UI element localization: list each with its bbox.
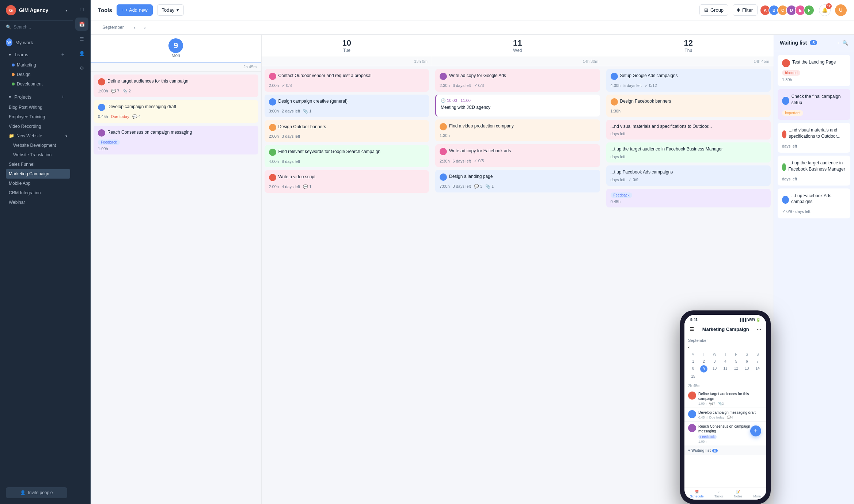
task-card[interactable]: Design a landing page 7:00h 3 days left … bbox=[435, 170, 600, 192]
phone-waiting-chevron[interactable]: ▾ bbox=[688, 448, 690, 453]
phone-more-icon[interactable]: ··· bbox=[757, 326, 761, 332]
cal-day[interactable]: 12 bbox=[731, 365, 741, 373]
cal-day[interactable]: 6 bbox=[742, 358, 752, 364]
project-marketing-campaign[interactable]: Marketing Campaign bbox=[6, 169, 70, 179]
cal-day[interactable]: 15 bbox=[688, 373, 698, 379]
phone-footer-notes[interactable]: 📝 Notes bbox=[734, 490, 743, 498]
checkbox-icon[interactable]: ☐ bbox=[75, 3, 88, 16]
phone-task-title: Define target audiences for this campaig… bbox=[698, 392, 763, 401]
phone-cal-prev[interactable]: ‹ bbox=[688, 345, 690, 350]
team-marketing[interactable]: Marketing bbox=[9, 60, 70, 70]
add-project-icon[interactable]: + bbox=[61, 94, 64, 100]
phone-menu-icon[interactable]: ☰ bbox=[690, 326, 694, 332]
project-website-dev[interactable]: Website Development bbox=[10, 141, 70, 150]
notification-button[interactable]: 🔔 12 bbox=[819, 4, 831, 16]
list-icon[interactable]: ☰ bbox=[75, 32, 88, 45]
sidebar-item-teams[interactable]: ▾ Teams + bbox=[3, 49, 70, 60]
cal-day[interactable]: 8 bbox=[688, 365, 698, 373]
next-week-button[interactable]: › bbox=[140, 22, 150, 33]
project-website-translation[interactable]: Website Translation bbox=[10, 150, 70, 160]
project-webinar[interactable]: Webinar bbox=[6, 198, 70, 207]
day-tasks-wed: Write ad copy for Google Ads 2:30h 6 day… bbox=[432, 66, 603, 195]
event-time: 🕙 10:00 - 11:00 bbox=[441, 98, 596, 103]
task-card[interactable]: Find a video production company 1:30h bbox=[435, 119, 600, 142]
phone-fab-button[interactable]: + bbox=[750, 425, 761, 436]
project-employee-training[interactable]: Employee Training bbox=[6, 112, 70, 122]
avatar-6[interactable]: F bbox=[804, 5, 815, 16]
add-waiting-icon[interactable]: + bbox=[836, 40, 839, 46]
team-design[interactable]: Design bbox=[9, 70, 70, 79]
invite-people-button[interactable]: 👤 Invite people bbox=[6, 487, 67, 498]
task-card[interactable]: Design Outdoor banners 2:00h 3 days left bbox=[265, 120, 429, 142]
project-sales-funnel[interactable]: Sales Funnel bbox=[6, 160, 70, 169]
waiting-card[interactable]: Test the Landing Page blocked 1:30h bbox=[778, 55, 850, 86]
team-avatars[interactable]: A B C D E F bbox=[762, 5, 815, 16]
phone-footer-tasks[interactable]: ✓ Tasks bbox=[714, 490, 723, 498]
task-card[interactable]: Develop campaign messaging draft 0:45h D… bbox=[94, 100, 258, 123]
cal-day[interactable]: 3 bbox=[710, 358, 720, 364]
project-blog-post[interactable]: Blog Post Writing bbox=[6, 103, 70, 112]
cal-day[interactable]: 2 bbox=[699, 358, 709, 364]
phone-task-info: Define target audiences for this campaig… bbox=[698, 392, 763, 405]
more-icon: ··· bbox=[756, 490, 759, 494]
task-card[interactable]: Write ad copy for Google Ads 2:30h 6 day… bbox=[435, 69, 600, 92]
phone-overlay: 9:41 ▐▐▐ WiFi 🔋 ☰ Marketing Campaign ···… bbox=[680, 310, 771, 504]
group-button[interactable]: ⊞ Group bbox=[699, 4, 728, 16]
task-card[interactable]: Design campaign creative (general) 3:00h… bbox=[265, 95, 429, 117]
filter-button[interactable]: ⧯ Filter bbox=[733, 4, 758, 16]
project-mobile-app[interactable]: Mobile App bbox=[6, 179, 70, 188]
check-icon: ✓ 0/3 bbox=[474, 83, 484, 88]
task-card[interactable]: Feedback 0:45h bbox=[606, 189, 771, 207]
task-card[interactable]: Find relevant keywords for Google Search… bbox=[265, 145, 429, 167]
task-title: Develop campaign messaging draft bbox=[107, 104, 176, 110]
project-new-website[interactable]: 📁 New Website ▾ bbox=[6, 131, 70, 141]
cal-day[interactable]: 13 bbox=[742, 365, 752, 373]
cal-day[interactable]: 1 bbox=[688, 358, 698, 364]
today-button[interactable]: Today ▾ bbox=[157, 4, 184, 16]
project-crm[interactable]: CRM Integration bbox=[6, 188, 70, 198]
calendar-icon[interactable]: 📅 bbox=[75, 18, 88, 31]
prev-week-button[interactable]: ‹ bbox=[130, 22, 140, 33]
waiting-card[interactable]: ...t up the target audience in Facebook … bbox=[778, 156, 850, 186]
chevron-down-icon[interactable]: ▾ bbox=[65, 8, 67, 12]
time-event-card[interactable]: 🕙 10:00 - 11:00 Meeting with JCD agency bbox=[435, 95, 600, 117]
cal-day[interactable]: 7 bbox=[753, 358, 763, 364]
task-card[interactable]: Write a video script 2:00h 4 days left 💬… bbox=[265, 170, 429, 193]
cal-day-today[interactable]: 9 bbox=[699, 365, 709, 373]
task-card[interactable]: Design Facebook banners 1:30h bbox=[606, 95, 771, 117]
cal-day[interactable]: 4 bbox=[720, 358, 730, 364]
task-card[interactable]: ...nd visual materials and specification… bbox=[606, 120, 771, 140]
phone-footer-schedule[interactable]: 📅 Schedule bbox=[690, 490, 704, 498]
sidebar-search-area[interactable]: 🔍 Search... bbox=[0, 21, 73, 33]
task-card[interactable]: ...t up Facebook Ads campaigns days left… bbox=[606, 165, 771, 186]
sidebar-item-mywork[interactable]: W My work bbox=[0, 36, 73, 49]
cal-day[interactable]: 14 bbox=[753, 365, 763, 373]
settings-icon[interactable]: ⚙ bbox=[75, 61, 88, 75]
person-nav-icon[interactable]: 👤 bbox=[75, 47, 88, 60]
search-waiting-icon[interactable]: 🔍 bbox=[842, 40, 848, 46]
user-avatar[interactable]: U bbox=[835, 4, 847, 16]
team-development[interactable]: Development bbox=[9, 79, 70, 89]
day-name-wed: Wed bbox=[437, 48, 599, 53]
task-card[interactable]: ...t up the target audience in Facebook … bbox=[606, 142, 771, 163]
waiting-card[interactable]: Check the final campaign setup Important bbox=[778, 89, 850, 120]
task-title: Design Outdoor banners bbox=[278, 124, 326, 130]
task-card[interactable]: Setup Google Ads campaigns 4:00h 5 days … bbox=[606, 69, 771, 92]
waiting-card[interactable]: ...t up Facebook Ads campaigns ✓ 0/9 · d… bbox=[778, 188, 850, 219]
task-card[interactable]: Write ad copy for Facebook ads 2:30h 6 d… bbox=[435, 144, 600, 167]
due-label: 2 days left bbox=[282, 109, 300, 113]
cal-day[interactable]: 5 bbox=[731, 358, 741, 364]
sidebar-item-projects[interactable]: ▾ Projects + bbox=[3, 91, 70, 103]
task-card[interactable]: Define target audiences for this campaig… bbox=[94, 75, 258, 97]
phone-task[interactable]: Define target audiences for this campaig… bbox=[684, 389, 766, 408]
cal-day[interactable]: 10 bbox=[710, 365, 720, 373]
task-card[interactable]: Reach Consensus on campaign messaging Fe… bbox=[94, 126, 258, 155]
task-card[interactable]: Contact Ourdoor vendor and request a pro… bbox=[265, 69, 429, 92]
cal-day[interactable]: 11 bbox=[720, 365, 730, 373]
phone-footer-more[interactable]: ··· More bbox=[754, 490, 761, 498]
add-new-button[interactable]: + + Add new bbox=[117, 4, 153, 16]
waiting-card[interactable]: ...nd visual materials and specification… bbox=[778, 123, 850, 153]
project-video-recording[interactable]: Video Recording bbox=[6, 122, 70, 131]
add-team-icon[interactable]: + bbox=[61, 51, 64, 57]
phone-task[interactable]: Develop campaign messaging draft 0:45h |… bbox=[684, 408, 766, 422]
